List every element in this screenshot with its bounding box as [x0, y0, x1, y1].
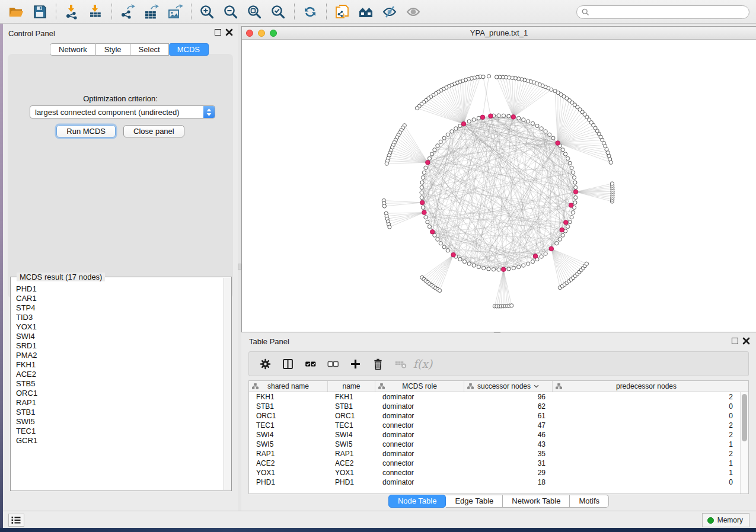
delete-column-button[interactable]	[368, 354, 388, 374]
new-network-from-selection-button[interactable]	[332, 2, 352, 21]
mcds-result-item[interactable]: STP4	[16, 303, 224, 313]
memory-button[interactable]: Memory	[702, 513, 749, 527]
toolbar-separator	[111, 4, 112, 20]
table-row[interactable]: RAP1RAP1dominator352	[249, 449, 740, 459]
close-panel-icon[interactable]	[742, 337, 750, 345]
column-header-MCDS-role[interactable]: MCDS role	[375, 381, 464, 392]
zoom-in-button[interactable]	[197, 2, 217, 21]
table-row[interactable]: SWI4SWI4dominator462	[249, 430, 740, 440]
table-scrollbar[interactable]	[740, 392, 748, 493]
mcds-result-item[interactable]: SWI5	[16, 417, 224, 427]
table-cell: connector	[375, 421, 464, 430]
table-cell: connector	[375, 440, 464, 449]
float-window-icon[interactable]	[732, 338, 738, 344]
select-all-columns-button[interactable]	[300, 354, 320, 374]
tab-mcds[interactable]: MCDS	[169, 43, 209, 56]
table-cell: 1	[553, 459, 740, 468]
task-history-button[interactable]	[8, 514, 24, 527]
float-window-icon[interactable]	[215, 29, 221, 36]
table-row[interactable]: ACE2ACE2connector311	[249, 459, 740, 468]
column-header-successor-nodes[interactable]: successor nodes	[464, 381, 553, 392]
zoom-fit-button[interactable]	[244, 2, 264, 21]
tab-node-table[interactable]: Node Table	[388, 495, 446, 508]
table-cell: 29	[464, 468, 553, 477]
tab-edge-table[interactable]: Edge Table	[446, 495, 503, 508]
tab-network[interactable]: Network	[50, 43, 96, 56]
mcds-result-item[interactable]: ACE2	[16, 370, 224, 379]
hide-selected-button[interactable]	[379, 2, 400, 21]
export-image-button[interactable]	[165, 2, 185, 21]
table-row[interactable]: TEC1TEC1connector472	[249, 421, 740, 430]
mcds-result-item[interactable]: FKH1	[16, 360, 224, 370]
table-row[interactable]: FKH1FKH1dominator962	[249, 392, 740, 402]
save-session-button[interactable]	[30, 2, 50, 21]
table-cell: 62	[464, 402, 553, 411]
table-cell: ORC1	[249, 411, 328, 421]
open-file-button[interactable]	[6, 2, 26, 21]
show-all-button[interactable]	[403, 2, 423, 21]
mcds-result-item[interactable]: STB1	[16, 408, 224, 417]
column-header-predecessor-nodes[interactable]: predecessor nodes	[553, 381, 740, 392]
control-panel-tabbar: NetworkStyleSelectMCDS	[50, 43, 209, 56]
import-table-button[interactable]	[85, 2, 106, 21]
table-cell: 0	[553, 402, 740, 411]
first-neighbors-button[interactable]	[356, 2, 376, 21]
run-mcds-button[interactable]: Run MCDS	[56, 125, 116, 137]
network-canvas[interactable]	[242, 40, 755, 332]
table-cell: 0	[553, 477, 740, 487]
mcds-result-item[interactable]: RAP1	[16, 398, 224, 408]
table-cell: STB1	[249, 402, 328, 411]
unselect-all-columns-button[interactable]	[323, 354, 343, 374]
mcds-result-item[interactable]: PHD1	[16, 284, 224, 294]
mcds-result-scrollbar[interactable]	[224, 278, 231, 490]
tab-style[interactable]: Style	[96, 43, 130, 56]
function-builder-button[interactable]: f(x)	[413, 354, 433, 374]
table-row[interactable]: PHD1PHD1dominator180	[249, 477, 740, 487]
column-header-name[interactable]: name	[328, 381, 375, 392]
tab-select[interactable]: Select	[130, 43, 169, 56]
mcds-result-list[interactable]: PHD1CAR1STP4TID3YOX1SWI4SRD1PMA2FKH1ACE2…	[11, 281, 224, 490]
close-panel-icon[interactable]	[225, 28, 233, 36]
mcds-result-title: MCDS result (17 nodes)	[17, 273, 105, 281]
table-settings-button[interactable]	[255, 354, 275, 374]
table-row[interactable]: SWI5SWI5connector431	[249, 440, 740, 449]
mcds-result-item[interactable]: YOX1	[16, 322, 224, 332]
scrollbar-thumb[interactable]	[742, 394, 747, 441]
tab-motifs[interactable]: Motifs	[570, 495, 609, 508]
mcds-result-item[interactable]: SWI4	[16, 332, 224, 341]
mcds-result-item[interactable]: STB5	[16, 379, 224, 389]
show-columns-button[interactable]	[277, 354, 298, 374]
import-network-button[interactable]	[62, 2, 82, 21]
table-row[interactable]: STB1STB1dominator620	[249, 402, 740, 411]
optimization-criterion-select[interactable]: largest connected component (undirected)	[30, 105, 215, 118]
table-row[interactable]: YOX1YOX1connector291	[249, 468, 740, 477]
export-network-button[interactable]	[117, 2, 138, 21]
mcds-result-item[interactable]: TEC1	[16, 427, 224, 436]
mcds-result-item[interactable]: TID3	[16, 313, 224, 322]
mcds-result-item[interactable]: CAR1	[16, 294, 224, 303]
network-search-box	[576, 5, 749, 19]
table-cell: FKH1	[328, 392, 375, 402]
toolbar-separator	[326, 4, 327, 20]
table-cell: SWI5	[249, 440, 328, 449]
mcds-result-item[interactable]: ORC1	[16, 389, 224, 398]
zoom-selected-button[interactable]	[268, 2, 288, 21]
table-cell: dominator	[375, 449, 464, 459]
close-panel-button[interactable]: Close panel	[123, 125, 184, 137]
column-header-shared-name[interactable]: shared name	[249, 381, 328, 392]
toolbar-separator	[191, 4, 192, 20]
mcds-result-item[interactable]: SRD1	[16, 341, 224, 351]
table-cell: 61	[464, 411, 553, 421]
table-row[interactable]: ORC1ORC1dominator610	[249, 411, 740, 421]
tab-network-table[interactable]: Network Table	[503, 495, 570, 508]
create-column-button[interactable]	[345, 354, 365, 374]
refresh-button[interactable]	[300, 2, 320, 21]
network-graph[interactable]	[242, 40, 755, 332]
search-input[interactable]	[593, 8, 744, 17]
export-table-button[interactable]	[141, 2, 161, 21]
mcds-result-item[interactable]: GCR1	[16, 436, 224, 446]
mcds-result-item[interactable]: PMA2	[16, 351, 224, 360]
network-window-titlebar[interactable]: YPA_prune.txt_1	[242, 27, 756, 40]
zoom-out-button[interactable]	[221, 2, 241, 21]
delete-table-button[interactable]	[390, 354, 410, 374]
